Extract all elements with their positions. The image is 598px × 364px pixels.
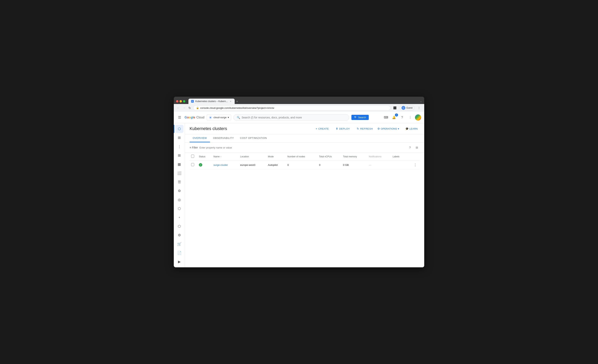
- user-avatar[interactable]: [415, 114, 421, 121]
- deploy-button[interactable]: ⬆ DEPLOY: [333, 126, 353, 131]
- sidebar-item-dashboard[interactable]: ⊞: [175, 134, 183, 142]
- browser-menu-icon[interactable]: ⋮: [416, 105, 422, 110]
- deploy-icon: ⚙: [178, 189, 181, 193]
- search-bar[interactable]: 🔍: [233, 114, 349, 121]
- new-tab-button[interactable]: +: [235, 99, 240, 104]
- close-window-button[interactable]: [176, 100, 178, 102]
- sidebar-item-target[interactable]: ◎: [175, 196, 183, 204]
- sidebar-item-storage[interactable]: ⬜: [175, 169, 183, 177]
- sidebar-item-kubernetes[interactable]: ⬡: [175, 125, 183, 133]
- top-nav: ☰ Google Cloud ◉ cloud-surge ▾ 🔍 🔍 Searc…: [174, 112, 424, 123]
- tab-overview[interactable]: OVERVIEW: [190, 134, 210, 142]
- select-all-header: [190, 153, 197, 160]
- search-input[interactable]: [241, 116, 346, 119]
- row-actions-cell: ⋮: [406, 160, 420, 169]
- filter-columns-button[interactable]: ⊟: [414, 145, 420, 150]
- sidebar-item-settings[interactable]: ⚙: [175, 231, 183, 239]
- sidebar-item-apps[interactable]: ⊞: [175, 151, 183, 159]
- hamburger-menu-button[interactable]: ☰: [177, 114, 182, 121]
- terminal-button[interactable]: ⌨: [383, 114, 389, 121]
- hierarchy-icon: ⋮: [178, 144, 181, 149]
- table-header-row: Status Name ↑ Location Mod: [190, 153, 420, 160]
- operations-button[interactable]: ⚙ OPERATIONS ▾: [375, 126, 401, 131]
- learn-icon: 🎓: [405, 127, 409, 130]
- guest-avatar: G: [401, 106, 405, 110]
- row-checkbox-cell: [190, 160, 197, 169]
- row-mode-cell: Autopilot: [266, 160, 286, 169]
- cart-icon: 🛒: [177, 242, 182, 246]
- refresh-button[interactable]: ↻ REFRESH: [354, 126, 375, 131]
- sidebar-item-deploy[interactable]: ⚙: [175, 187, 183, 195]
- nodes-header: Number of nodes: [286, 153, 317, 160]
- tab-cost-optimization[interactable]: COST OPTIMIZATION: [237, 134, 270, 142]
- tab-list: OVERVIEW OBSERVABILITY COST OPTIMIZATION: [185, 134, 424, 142]
- create-label: CREATE: [318, 127, 329, 130]
- more-icon: ⋮: [409, 116, 412, 119]
- shield-icon: ⬡: [178, 207, 181, 211]
- filter-actions: ? ⊟: [407, 145, 420, 150]
- kubernetes-icon: ⬡: [178, 127, 181, 131]
- row-more-button[interactable]: ⋮: [412, 162, 418, 167]
- cluster-link[interactable]: surge-cluster: [214, 164, 228, 166]
- sidebar-item-badge[interactable]: ⬡: [175, 222, 183, 230]
- notification-button[interactable]: 🔔 1: [391, 114, 397, 121]
- list-icon: ☰: [178, 180, 181, 184]
- create-button[interactable]: + CREATE: [313, 126, 332, 131]
- url-bar[interactable]: 🔒 console.cloud.google.com/kubernetes/li…: [193, 105, 390, 111]
- page-title: Kubernetes clusters: [190, 126, 313, 131]
- cast-icon[interactable]: ⬛: [392, 105, 398, 110]
- clusters-data-table: Status Name ↑ Location Mod: [190, 153, 420, 169]
- profile-button[interactable]: G Guest: [399, 105, 415, 111]
- reload-button[interactable]: ↻: [188, 106, 191, 110]
- search-button[interactable]: 🔍 Search: [351, 115, 369, 120]
- help-button[interactable]: ?: [399, 114, 405, 121]
- row-name-cell: surge-cluster: [212, 160, 239, 169]
- back-button[interactable]: ←: [176, 106, 180, 110]
- browser-chevron-icon: ⌄: [420, 100, 422, 103]
- google-cloud-logo: Google Cloud: [184, 116, 204, 119]
- deploy-icon: ⬆: [336, 127, 338, 130]
- table-row: ✓ surge-cluster europe-west3 Autopilot: [190, 160, 420, 169]
- name-sort-icon: ↑: [220, 155, 221, 158]
- lock-icon: 🔒: [196, 107, 199, 109]
- sidebar-item-cart[interactable]: 🛒: [175, 240, 183, 248]
- refresh-icon: ↻: [357, 127, 359, 130]
- notification-count: 1: [395, 113, 398, 116]
- logo-o2: o: [189, 116, 191, 119]
- select-all-checkbox[interactable]: [191, 155, 194, 158]
- tab-close-button[interactable]: ×: [229, 100, 232, 103]
- logo-o1: o: [187, 116, 189, 119]
- sidebar-item-dot[interactable]: [175, 213, 183, 222]
- tab-title: Kubernetes clusters – Kubern...: [195, 100, 228, 103]
- filter-bar: ≡ Filter ? ⊟: [185, 142, 424, 153]
- url-text: console.cloud.google.com/kubernetes/list…: [200, 107, 274, 109]
- sidebar-item-list[interactable]: ☰: [175, 178, 183, 186]
- sidebar-item-docs[interactable]: 📄: [175, 249, 183, 257]
- sidebar-item-hierarchy[interactable]: ⋮: [175, 142, 183, 151]
- maximize-window-button[interactable]: [183, 100, 185, 102]
- operations-dropdown-icon: ▾: [398, 127, 399, 130]
- browser-titlebar: K Kubernetes clusters – Kubern... × + ⌄: [174, 97, 424, 104]
- forward-button[interactable]: →: [182, 106, 186, 110]
- learn-button[interactable]: 🎓 LEARN: [403, 126, 420, 131]
- sidebar-item-security[interactable]: ⬡: [175, 205, 183, 213]
- sidebar-item-expand[interactable]: ▶: [175, 258, 183, 266]
- filter-input[interactable]: [199, 146, 406, 149]
- terminal-icon: ⌨: [384, 116, 388, 119]
- tab-observability[interactable]: OBSERVABILITY: [210, 134, 237, 142]
- more-options-button[interactable]: ⋮: [407, 114, 414, 121]
- sql-icon: ▦: [178, 162, 181, 166]
- minimize-window-button[interactable]: [180, 100, 182, 102]
- search-btn-icon: 🔍: [354, 116, 357, 119]
- project-selector[interactable]: ◉ cloud-surge ▾: [207, 115, 231, 120]
- filter-help-button[interactable]: ?: [407, 145, 413, 150]
- row-checkbox[interactable]: [191, 163, 194, 166]
- sidebar-item-sql[interactable]: ▦: [175, 160, 183, 168]
- target-icon: ◎: [178, 198, 181, 202]
- name-header[interactable]: Name ↑: [212, 153, 239, 160]
- dashboard-icon: ⊞: [178, 136, 181, 140]
- active-tab[interactable]: K Kubernetes clusters – Kubern... ×: [188, 99, 235, 104]
- row-nodes-cell: 0: [286, 160, 317, 169]
- labels-header: Labels: [391, 153, 406, 160]
- search-btn-label: Search: [358, 116, 366, 119]
